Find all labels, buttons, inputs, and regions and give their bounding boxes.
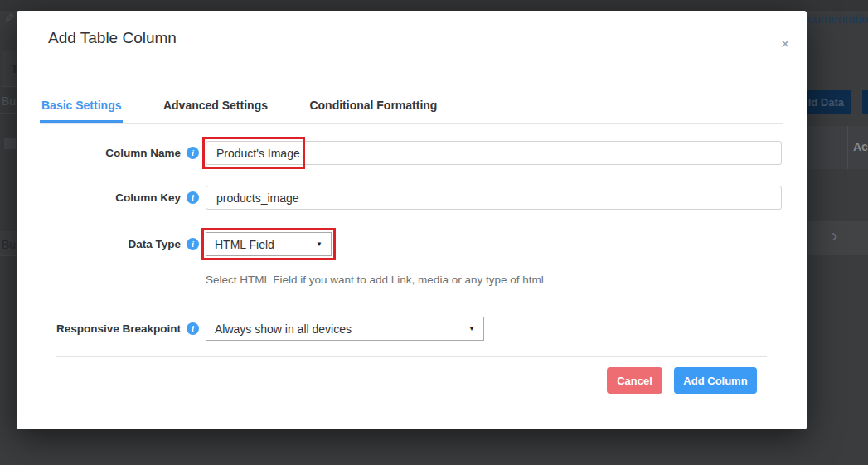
pencil-icon: ✎	[4, 11, 15, 26]
modal-tab-bar: Basic Settings Advanced Settings Conditi…	[40, 98, 783, 124]
add-column-button[interactable]: Add Column	[674, 367, 757, 394]
background-divider	[0, 113, 17, 114]
cancel-button[interactable]: Cancel	[607, 367, 662, 394]
column-key-input[interactable]	[206, 186, 782, 210]
column-name-input[interactable]	[206, 141, 782, 165]
responsive-breakpoint-row: Responsive Breakpoint i Always show in a…	[41, 317, 782, 341]
pagination-bar: ›	[808, 221, 868, 255]
column-key-label: Column Key	[41, 191, 181, 204]
tab-advanced-settings[interactable]: Advanced Settings	[162, 99, 269, 123]
table-header-row: Ac	[807, 126, 868, 169]
action-column-header: Ac	[853, 140, 868, 153]
dropdown-arrow-icon: ▼	[316, 240, 322, 248]
data-type-help-text: Select HTML Field if you want to add Lin…	[206, 274, 782, 286]
chevron-right-icon[interactable]: ›	[832, 225, 837, 247]
info-icon[interactable]: i	[187, 322, 199, 335]
background-checkbox	[4, 138, 16, 149]
data-type-row: Data Type i HTML Field ▼	[41, 232, 782, 256]
data-type-label: Data Type	[41, 238, 181, 250]
tab-basic-settings[interactable]: Basic Settings	[40, 99, 123, 123]
footer-divider	[56, 356, 767, 357]
column-divider	[847, 126, 848, 169]
dropdown-arrow-icon: ▼	[468, 325, 475, 332]
info-icon[interactable]: i	[187, 191, 199, 204]
background-button-fragment[interactable]	[862, 90, 868, 114]
add-table-column-modal: Add Table Column ✕ Basic Settings Advanc…	[17, 11, 807, 429]
responsive-breakpoint-selected-value: Always show in all devices	[215, 322, 352, 336]
data-type-selected-value: HTML Field	[215, 238, 274, 251]
data-type-select[interactable]: HTML Field ▼	[206, 232, 332, 256]
responsive-breakpoint-select[interactable]: Always show in all devices ▼	[206, 317, 484, 341]
column-name-row: Column Name i	[41, 141, 782, 165]
info-icon[interactable]: i	[187, 238, 199, 250]
page-top-bar	[0, 0, 868, 11]
info-icon[interactable]: i	[187, 147, 199, 159]
column-key-row: Column Key i	[41, 186, 782, 210]
documentation-link[interactable]: cumentation	[807, 12, 868, 26]
background-builder-label-2: Bu	[2, 238, 16, 251]
modal-footer: Cancel Add Column	[41, 367, 757, 394]
close-icon[interactable]: ✕	[780, 38, 790, 50]
tab-conditional-formatting[interactable]: Conditional Formatting	[308, 99, 439, 123]
responsive-breakpoint-label: Responsive Breakpoint	[41, 322, 181, 335]
background-builder-label: Bu	[2, 94, 16, 108]
column-name-label: Column Name	[41, 147, 181, 159]
modal-title: Add Table Column	[48, 28, 807, 48]
